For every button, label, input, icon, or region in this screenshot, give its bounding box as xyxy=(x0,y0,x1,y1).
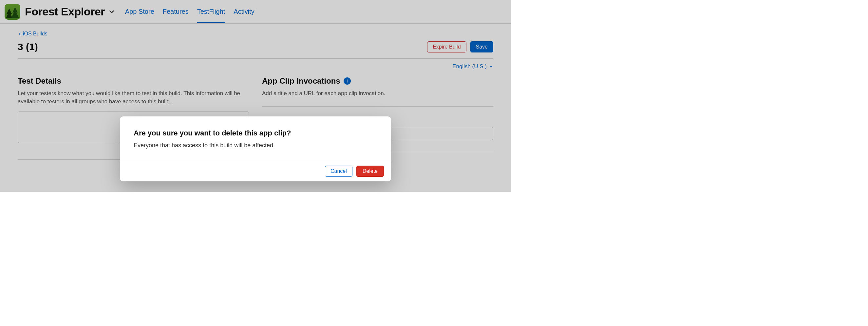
cancel-button[interactable]: Cancel xyxy=(325,166,352,177)
modal-overlay[interactable]: Are you sure you want to delete this app… xyxy=(0,0,511,192)
modal-footer: Cancel Delete xyxy=(120,161,391,181)
modal-body: Are you sure you want to delete this app… xyxy=(120,116,391,161)
delete-button[interactable]: Delete xyxy=(356,166,384,177)
modal-title: Are you sure you want to delete this app… xyxy=(134,129,377,137)
modal-text: Everyone that has access to this build w… xyxy=(134,142,377,149)
page-root: Forest Explorer App Store Features TestF… xyxy=(0,0,511,192)
delete-confirm-modal: Are you sure you want to delete this app… xyxy=(120,116,391,181)
